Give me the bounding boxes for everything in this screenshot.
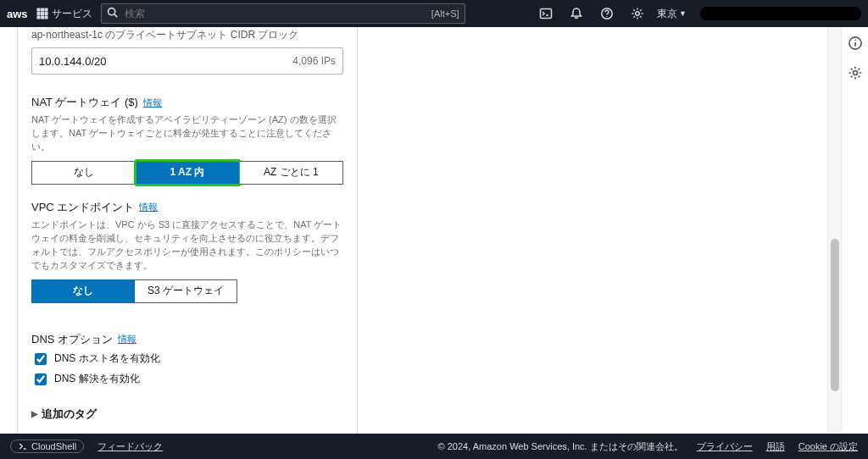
chevron-down-icon: ▼ — [679, 9, 687, 18]
svg-rect-0 — [37, 8, 40, 11]
gear-icon[interactable] — [848, 65, 863, 83]
main-content: ap-northeast-1c のプライベートサブネット CIDR ブロック 1… — [0, 27, 868, 432]
help-panel-rail — [841, 27, 868, 432]
caret-right-icon: ▶ — [31, 409, 38, 418]
nat-info-link[interactable]: 情報 — [143, 97, 162, 109]
additional-tags-expander[interactable]: ▶ 追加のタグ — [31, 406, 343, 422]
svg-line-10 — [114, 14, 117, 17]
subnet-cidr-input[interactable]: 10.0.144.0/20 4,096 IPs — [31, 47, 343, 75]
additional-tags-label: 追加のタグ — [42, 406, 97, 422]
cookie-link[interactable]: Cookie の設定 — [798, 440, 858, 453]
nat-description: NAT ゲートウェイを作成するアベイラビリティーゾーン (AZ) の数を選択しま… — [31, 113, 343, 154]
privacy-link[interactable]: プライバシー — [697, 440, 753, 453]
svg-point-9 — [108, 8, 114, 15]
account-menu-redacted[interactable] — [700, 7, 861, 20]
console-footer: CloudShell フィードバック © 2024, Amazon Web Se… — [0, 434, 868, 459]
svg-rect-8 — [45, 16, 47, 19]
dns-resolution-label: DNS 解決を有効化 — [54, 372, 140, 386]
top-navbar: aws サービス [Alt+S] 東京 ▼ — [0, 0, 868, 27]
svg-rect-6 — [37, 16, 40, 19]
dns-hostnames-label: DNS ホスト名を有効化 — [54, 351, 160, 366]
svg-rect-11 — [541, 9, 552, 19]
search-shortcut-hint: [Alt+S] — [431, 8, 459, 19]
subnet-cidr-hint: 4,096 IPs — [292, 55, 336, 67]
cloudshell-icon[interactable] — [535, 7, 557, 20]
dns-hostnames-checkbox[interactable]: DNS ホスト名を有効化 — [31, 351, 343, 368]
svg-point-18 — [853, 71, 857, 75]
services-label: サービス — [52, 7, 92, 21]
svg-point-13 — [606, 16, 607, 17]
settings-icon[interactable] — [626, 7, 648, 20]
footer-copyright: © 2024, Amazon Web Services, Inc. またはその関… — [438, 440, 683, 453]
subnet-cidr-label: ap-northeast-1c のプライベートサブネット CIDR ブロック — [31, 28, 343, 42]
svg-rect-2 — [45, 8, 47, 11]
grid-icon — [36, 8, 48, 19]
svg-rect-1 — [41, 8, 43, 11]
terms-link[interactable]: 用語 — [766, 440, 785, 453]
nat-option-group: なし 1 AZ 内 AZ ごとに 1 — [31, 161, 343, 185]
nat-option-one-az[interactable]: 1 AZ 内 — [136, 161, 239, 185]
vpce-description: エンドポイントは、VPC から S3 に直接アクセスすることで、NAT ゲートウ… — [31, 218, 343, 273]
feedback-link[interactable]: フィードバック — [97, 440, 163, 453]
scrollbar-thumb[interactable] — [831, 239, 839, 391]
cloudshell-button[interactable]: CloudShell — [10, 440, 84, 453]
vpce-option-s3-gateway[interactable]: S3 ゲートウェイ — [135, 279, 237, 303]
subnet-cidr-value: 10.0.144.0/20 — [39, 55, 107, 68]
aws-logo[interactable]: aws — [7, 8, 28, 20]
svg-rect-4 — [41, 13, 43, 15]
global-search[interactable]: [Alt+S] — [101, 3, 465, 24]
dns-hostnames-input[interactable] — [35, 353, 47, 365]
dns-resolution-input[interactable] — [35, 373, 47, 385]
dns-heading: DNS オプション 情報 — [31, 332, 343, 347]
info-icon[interactable] — [848, 36, 863, 53]
vpc-settings-card: ap-northeast-1c のプライベートサブネット CIDR ブロック 1… — [17, 24, 358, 436]
help-icon[interactable] — [596, 7, 618, 20]
dns-title: DNS オプション — [31, 332, 113, 347]
nat-gateway-heading: NAT ゲートウェイ ($) 情報 — [31, 95, 343, 110]
vertical-scrollbar[interactable] — [827, 27, 841, 432]
nat-option-per-az[interactable]: AZ ごとに 1 — [240, 161, 343, 185]
search-icon — [107, 7, 118, 20]
svg-point-17 — [854, 40, 856, 41]
svg-point-14 — [636, 12, 639, 15]
vpce-heading: VPC エンドポイント 情報 — [31, 200, 343, 215]
services-menu[interactable]: サービス — [36, 7, 92, 21]
dns-info-link[interactable]: 情報 — [118, 333, 136, 346]
vpce-option-group: なし S3 ゲートウェイ — [31, 279, 237, 303]
svg-rect-7 — [41, 16, 43, 19]
dns-resolution-checkbox[interactable]: DNS 解決を有効化 — [31, 371, 343, 388]
nat-title: NAT ゲートウェイ ($) — [31, 95, 138, 110]
svg-rect-5 — [45, 13, 47, 15]
notifications-icon[interactable] — [565, 7, 587, 20]
search-input[interactable] — [123, 7, 174, 20]
vpce-option-none[interactable]: なし — [31, 279, 135, 303]
vpce-info-link[interactable]: 情報 — [139, 201, 158, 213]
svg-rect-3 — [37, 13, 40, 15]
region-label: 東京 — [657, 7, 677, 21]
vpce-title: VPC エンドポイント — [31, 200, 134, 215]
nat-option-none[interactable]: なし — [31, 161, 136, 185]
region-selector[interactable]: 東京 ▼ — [657, 7, 687, 21]
cloudshell-label: CloudShell — [31, 441, 76, 451]
